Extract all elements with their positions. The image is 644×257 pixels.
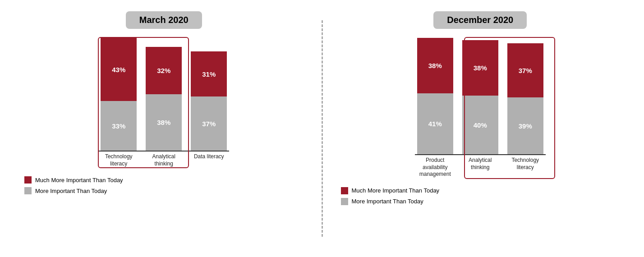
bar-red-2: 31% [191, 51, 227, 96]
chart2-legend-item-2: More Important Than Today [341, 198, 440, 205]
bar-label-0: Product availability management [417, 157, 453, 178]
chart2-title: December 2020 [433, 11, 527, 29]
legend-swatch-red-1 [24, 176, 32, 184]
bar-label-1: Analytical thinking [462, 157, 498, 178]
chart1-section: March 2020 43%33%32%38%31%37% Technology… [6, 7, 322, 250]
bar-gray-1: 40% [462, 96, 498, 154]
bar-gray-2: 39% [507, 97, 543, 154]
bar-red-2: 37% [507, 43, 543, 97]
legend-label-gray-1: More Important Than Today [35, 188, 107, 194]
bar-label-2: Technology literacy [507, 157, 543, 178]
legend-label-gray-2: More Important Than Today [352, 198, 423, 205]
chart2-axis [415, 154, 546, 155]
bar-label-1: Analytical thinking [146, 153, 182, 167]
bar-red-1: 38% [462, 40, 498, 96]
chart1-title: March 2020 [126, 11, 202, 29]
legend-swatch-red-2 [341, 187, 348, 194]
bar-gray-2: 37% [191, 96, 227, 151]
bar-label-2: Data literacy [191, 153, 227, 167]
chart2-section: December 2020 38%41%38%40%37%39% Product… [323, 7, 638, 250]
chart2-bars: 38%41%38%40%37%39% [417, 38, 543, 154]
bar-stack-1: 38%40% [462, 40, 498, 154]
main-container: March 2020 43%33%32%38%31%37% Technology… [6, 7, 638, 250]
bar-stack-2: 31%37% [191, 51, 227, 151]
bar-gray-0: 33% [101, 101, 137, 151]
legend-swatch-gray-2 [341, 198, 348, 205]
chart1-legend: Much More Important Than Today More Impo… [24, 176, 123, 194]
bar-red-0: 43% [101, 38, 137, 101]
chart1-legend-item-2: More Important Than Today [24, 187, 123, 194]
legend-label-red-2: Much More Important Than Today [352, 187, 440, 194]
chart1-labels: Technology literacyAnalytical thinkingDa… [101, 153, 227, 167]
bar-stack-1: 32%38% [146, 47, 182, 151]
bar-red-0: 38% [417, 38, 453, 93]
bar-label-0: Technology literacy [101, 153, 137, 167]
bar-stack-0: 43%33% [101, 38, 137, 151]
legend-swatch-gray-1 [24, 187, 32, 194]
chart2-legend-item-1: Much More Important Than Today [341, 187, 440, 194]
chart2-legend: Much More Important Than Today More Impo… [341, 187, 440, 205]
bar-red-1: 32% [146, 47, 182, 94]
chart1-bars: 43%33%32%38%31%37% [101, 38, 227, 151]
bar-gray-0: 41% [417, 93, 453, 154]
legend-label-red-1: Much More Important Than Today [35, 177, 123, 184]
chart2-labels: Product availability managementAnalytica… [417, 157, 543, 178]
bar-stack-0: 38%41% [417, 38, 453, 154]
chart1-legend-item-1: Much More Important Than Today [24, 176, 123, 184]
chart1-axis [98, 151, 229, 151]
bar-gray-1: 38% [146, 94, 182, 151]
bar-stack-2: 37%39% [507, 43, 543, 154]
